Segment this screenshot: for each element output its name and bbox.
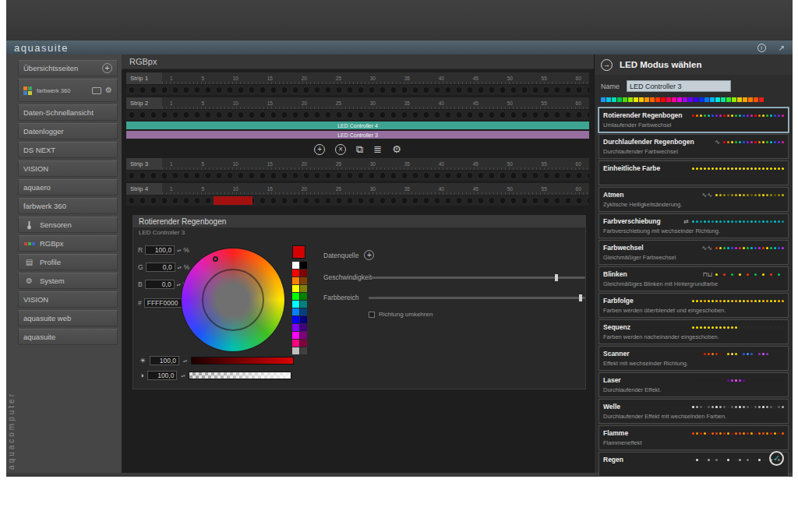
color-swatch[interactable] — [661, 97, 666, 102]
mode-item[interactable]: Rotierender Regenbogen Umlaufender Farbw… — [598, 107, 789, 132]
speed-slider-thumb[interactable] — [555, 274, 558, 281]
palette-swatch[interactable] — [292, 270, 299, 277]
color-swatch[interactable] — [715, 97, 720, 102]
strip-label[interactable]: Strip 4 — [126, 183, 162, 195]
green-input[interactable]: 0,0 — [146, 262, 175, 272]
color-swatch[interactable] — [672, 97, 676, 102]
color-swatch[interactable] — [601, 97, 606, 102]
remove-controller-icon[interactable]: × — [335, 144, 346, 155]
sidebar-item[interactable]: VISION — [18, 160, 118, 177]
color-swatch[interactable] — [754, 97, 758, 102]
color-swatch[interactable] — [634, 97, 638, 102]
sidebar-item[interactable]: farbwerk 360 — [18, 198, 118, 214]
color-swatch[interactable] — [655, 97, 660, 102]
add-page-icon[interactable]: + — [102, 63, 112, 73]
sidebar-item[interactable]: VISION — [18, 291, 118, 308]
palette-swatch[interactable] — [292, 293, 299, 300]
color-swatch[interactable] — [666, 97, 671, 102]
color-swatch[interactable] — [617, 97, 622, 102]
add-datasource-icon[interactable]: + — [364, 250, 374, 260]
controller-bar-4[interactable]: LED Controller 4 — [126, 122, 589, 129]
palette-swatch[interactable] — [300, 308, 307, 315]
back-arrow-icon[interactable]: → — [601, 59, 613, 71]
mode-item[interactable]: Farbwechsel ∿∿ Gleichmäßiger Farbwechsel — [598, 240, 789, 265]
palette-swatch[interactable] — [292, 340, 299, 347]
palette-swatch[interactable] — [292, 324, 299, 331]
palette-swatch[interactable] — [300, 285, 307, 292]
palette-swatch[interactable] — [292, 301, 299, 308]
palette-swatch[interactable] — [292, 332, 299, 339]
color-swatch[interactable] — [650, 97, 655, 102]
info-icon[interactable]: i — [757, 44, 766, 52]
color-swatch[interactable] — [683, 97, 687, 102]
palette-swatch[interactable] — [292, 308, 299, 315]
reverse-checkbox[interactable] — [369, 312, 375, 318]
palette-swatch[interactable] — [300, 301, 307, 308]
spinner-icon[interactable]: ▴▾ — [177, 283, 181, 286]
external-link-icon[interactable]: ↗ — [779, 44, 785, 52]
assigned-led-segment[interactable] — [214, 196, 252, 205]
mode-item[interactable]: Regen — [598, 452, 789, 477]
color-swatch[interactable] — [721, 97, 726, 102]
color-swatch[interactable] — [639, 97, 644, 102]
color-swatch[interactable] — [710, 97, 715, 102]
sidebar-item[interactable]: DS NEXT — [18, 142, 118, 158]
color-swatch[interactable] — [623, 97, 627, 102]
color-swatch[interactable] — [748, 97, 753, 102]
palette-swatch[interactable] — [300, 332, 307, 339]
red-input[interactable]: 100,0 — [145, 245, 175, 255]
range-slider-thumb[interactable] — [579, 294, 582, 301]
color-swatch[interactable] — [612, 97, 616, 102]
color-swatch[interactable] — [743, 97, 747, 102]
sidebar-item-system[interactable]: ⚙ System — [18, 273, 118, 289]
palette-swatch[interactable] — [300, 316, 307, 323]
palette-swatch[interactable] — [300, 262, 307, 269]
color-swatch[interactable] — [737, 97, 742, 102]
led-row[interactable] — [126, 85, 589, 95]
sidebar-item[interactable]: aquasuite web — [18, 310, 118, 326]
color-swatch[interactable] — [644, 97, 649, 102]
color-swatch[interactable] — [704, 97, 709, 102]
alpha-input[interactable]: 100,0 — [147, 371, 177, 380]
mode-item[interactable]: Einheitliche Farbe — [598, 160, 789, 185]
palette-swatch[interactable] — [292, 347, 299, 354]
sidebar-item-rgbpx[interactable]: RGBpx — [18, 235, 118, 252]
mode-item[interactable]: Scanner Effekt mit wechselnder Richtung. — [598, 346, 789, 371]
hex-input[interactable]: FFFF0000 — [144, 298, 186, 308]
sidebar-item[interactable]: aquaero — [18, 179, 118, 196]
gear-icon[interactable]: ⚙ — [105, 86, 112, 94]
color-swatch[interactable] — [606, 97, 611, 102]
controller-bar-3[interactable]: LED Controller 3 — [126, 131, 589, 139]
sidebar-device-tile[interactable]: farbwerk 360 ⚙ — [18, 79, 118, 102]
layers-icon[interactable]: ≣ — [373, 144, 382, 155]
mode-item[interactable]: Laser Durchlaufender Effekt. — [598, 372, 789, 397]
mode-item[interactable]: Blinken ⊓⊔ Gleichmäßiges Blinken mit Hin… — [598, 266, 789, 291]
sidebar-item[interactable]: Daten-Schnellansicht — [18, 104, 118, 121]
speed-slider[interactable] — [369, 277, 585, 279]
palette-swatch[interactable] — [292, 316, 299, 323]
add-controller-icon[interactable]: + — [314, 144, 325, 155]
spinner-icon[interactable]: ▴▾ — [178, 266, 182, 269]
mode-item[interactable]: Sequenz Farben werden nacheinander einge… — [598, 319, 789, 344]
palette-swatch[interactable] — [300, 347, 307, 354]
name-input[interactable] — [627, 80, 731, 92]
confirm-button[interactable]: ✓ — [769, 451, 784, 466]
mode-item[interactable]: Farbfolge Farben werden überblendet und … — [598, 293, 789, 318]
color-swatch[interactable] — [628, 97, 633, 102]
mode-item[interactable]: Atmen ∿∿ Zyklische Helligkeitsänderung. — [598, 187, 789, 212]
monitor-icon[interactable] — [92, 87, 101, 94]
palette-swatch[interactable] — [300, 324, 307, 331]
spinner-icon[interactable]: ▴▾ — [183, 359, 187, 362]
sidebar-item[interactable]: Datenlogger — [18, 123, 118, 139]
copy-icon[interactable]: ⧉ — [356, 144, 363, 155]
range-slider[interactable] — [369, 297, 585, 299]
color-swatch[interactable] — [677, 97, 682, 102]
color-swatch[interactable] — [699, 97, 704, 102]
brightness-gradient-bar[interactable] — [191, 357, 294, 365]
sidebar-item-profile[interactable]: ▤ Profile — [18, 254, 118, 270]
strip-label[interactable]: Strip 1 — [126, 72, 162, 84]
sidebar-item-sensoren[interactable]: Sensoren — [18, 217, 118, 233]
color-swatch[interactable] — [688, 97, 693, 102]
settings-gear-icon[interactable]: ⚙ — [392, 144, 401, 155]
palette-swatch[interactable] — [300, 277, 307, 284]
